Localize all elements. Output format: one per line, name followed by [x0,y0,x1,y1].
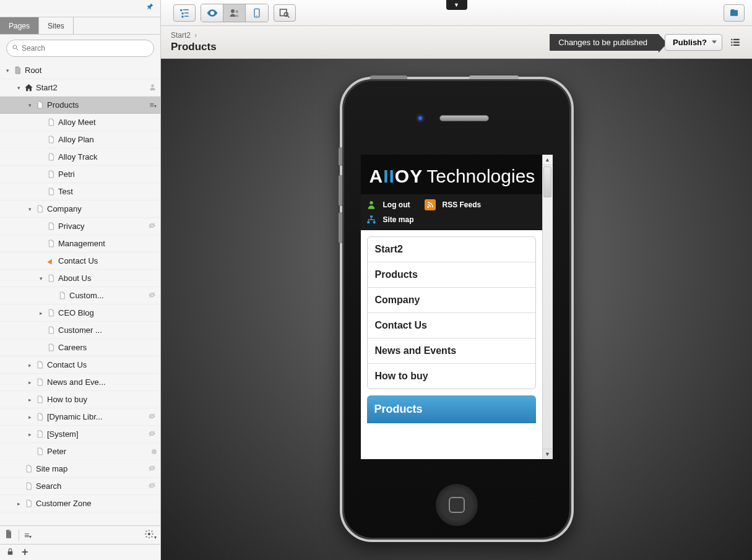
device-view-button[interactable] [246,4,268,22]
page-header: Start2 › Products Changes to be publishe… [161,26,752,59]
home-button[interactable] [436,484,478,526]
tree-node[interactable]: Customer ... [0,322,160,339]
tree-node[interactable]: Search [0,478,160,495]
utility-logout[interactable]: Log out [366,199,410,210]
sidebar: Pages Sites ▾Root▾Start2▾Products≡▾Alloy… [0,0,161,560]
scroll-up-icon[interactable]: ▲ [543,155,553,165]
tree-node[interactable]: ▾Start2 [0,79,160,97]
svg-rect-39 [370,215,373,217]
publish-button[interactable]: Publish? [665,34,722,51]
tree-node[interactable]: Alloy Plan [0,131,160,149]
tree-node[interactable]: Privacy [0,218,160,235]
new-page-icon[interactable] [4,529,14,541]
tree-node[interactable]: Management [0,235,160,252]
tree-node[interactable]: Custom... [0,287,160,304]
collapse-icon[interactable]: ▾ [4,67,11,74]
site-preview[interactable]: AIIOY Technologies Log out [361,155,542,459]
rss-icon [425,199,436,210]
expand-icon[interactable]: ▸ [26,396,33,403]
svg-line-1 [17,48,19,50]
tree-node-label: Careers [58,343,157,352]
expand-icon[interactable]: ▸ [26,431,33,438]
tree-view-button[interactable] [173,4,196,22]
nav-item[interactable]: News and Events [368,338,535,364]
tree-node[interactable]: ▸How to buy [0,391,160,408]
tree-node[interactable]: ▸Contact Us [0,356,160,374]
tree-node[interactable]: ▸CEO Blog [0,304,160,322]
tree-node[interactable]: Test [0,183,160,200]
eye-off-icon [147,481,157,491]
svg-rect-18 [183,9,189,11]
eye-off-icon [147,222,157,231]
svg-rect-36 [733,45,740,46]
scroll-down-icon[interactable]: ▼ [543,449,553,459]
collapse-icon[interactable]: ▾ [26,101,33,109]
nav-item[interactable]: Start2 [368,237,535,262]
svg-rect-41 [373,222,375,223]
svg-point-25 [235,10,238,13]
tree-node-label: Alloy Meet [58,118,157,127]
properties-toggle-icon[interactable] [728,35,742,49]
toolbar-handle[interactable]: ▼ [446,0,467,10]
tree-node[interactable]: Site map [0,460,160,478]
svg-rect-32 [733,39,740,40]
utility-bar: Log out RSS Feeds [361,194,542,230]
visitor-view-button[interactable] [223,4,246,22]
svg-rect-21 [182,15,184,17]
expand-icon[interactable]: ▸ [37,309,45,317]
nav-item[interactable]: Contact Us [368,313,535,338]
publish-status: Changes to be published [550,34,659,51]
tree-node[interactable]: ▾Company [0,200,160,218]
tree-node[interactable]: ▸Customer Zone [0,495,160,512]
lock-icon[interactable] [6,547,14,558]
scrollbar[interactable]: ▲ ▼ [542,155,553,459]
utility-rss[interactable]: RSS Feeds [425,199,481,210]
tree-node[interactable]: ▸News and Eve... [0,374,160,391]
phone-frame: AIIOY Technologies Log out [340,77,574,542]
tree-node[interactable]: ▾Root [0,62,160,79]
page-icon [24,499,33,509]
chevron-right-icon: › [194,31,197,40]
tree-node[interactable]: Alloy Track [0,149,160,166]
tree-node[interactable]: Peter [0,443,160,460]
menu-dropdown-icon[interactable]: ≡▾ [24,530,32,540]
tree-node[interactable]: Contact Us [0,252,160,270]
search-input[interactable] [19,41,149,55]
nav-item[interactable]: Products [368,262,535,288]
tree-node[interactable]: ▾About Us [0,270,160,287]
tree-node[interactable]: Alloy Meet [0,114,160,131]
tree-node-label: Company [47,204,157,213]
preview-button[interactable] [201,4,223,22]
tree-node[interactable]: ▸[System] [0,426,160,443]
pin-icon[interactable] [144,2,155,15]
site-logo[interactable]: AIIOY Technologies [370,166,534,187]
collapse-icon[interactable]: ▾ [26,205,33,213]
settings-icon[interactable]: ▾ [144,529,157,541]
tree-node[interactable]: Petri [0,166,160,183]
utility-sitemap[interactable]: Site map [366,214,537,225]
nav-item[interactable]: How to buy [368,364,535,389]
nav-item[interactable]: Company [368,288,535,313]
expand-icon[interactable]: ▸ [26,361,33,369]
tree-node[interactable]: ▾Products≡▾ [0,97,160,114]
scroll-thumb[interactable] [543,166,551,197]
collapse-icon[interactable]: ▾ [37,275,45,282]
assets-pane-button[interactable] [724,4,745,22]
tree-node[interactable]: ▸[Dynamic Libr... [0,408,160,426]
tree-node[interactable]: Careers [0,339,160,356]
tab-pages[interactable]: Pages [0,17,39,34]
dot-icon [152,447,157,456]
speaker-icon [439,115,489,121]
collapse-icon[interactable]: ▾ [15,84,22,92]
breadcrumb-parent[interactable]: Start2 [171,31,191,40]
tree-node-label: Search [36,481,145,491]
expand-icon[interactable]: ▸ [26,413,33,421]
tree-node-label: CEO Blog [58,308,157,317]
expand-icon[interactable]: ▸ [26,379,33,386]
breadcrumb[interactable]: Start2 › [171,31,217,40]
expand-icon[interactable]: ▸ [15,500,22,507]
tab-sites[interactable]: Sites [39,17,74,34]
add-icon[interactable]: + [22,546,28,559]
page-icon [35,412,45,422]
search-content-button[interactable] [274,4,296,22]
